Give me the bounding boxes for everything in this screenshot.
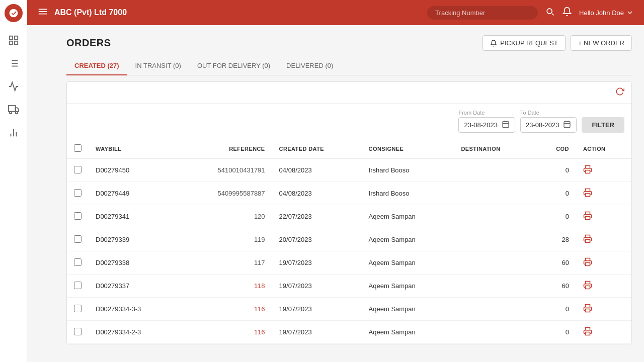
row-created-date: 19/07/2023	[272, 298, 362, 321]
table-body: D00279450 5410010431791 04/08/2023 Irsha…	[67, 158, 631, 344]
row-checkbox[interactable]	[74, 305, 82, 312]
row-checkbox[interactable]	[74, 258, 82, 266]
row-checkbox[interactable]	[74, 328, 82, 335]
from-date-calendar-icon[interactable]	[502, 120, 510, 130]
user-menu[interactable]: Hello John Doe	[579, 9, 634, 17]
row-checkbox[interactable]	[74, 212, 82, 220]
print-icon[interactable]	[583, 284, 592, 291]
print-icon[interactable]	[583, 237, 592, 245]
new-order-button[interactable]: + NEW ORDER	[571, 35, 632, 51]
svg-rect-27	[585, 217, 590, 220]
tab-created[interactable]: CREATED (27)	[66, 57, 127, 75]
orders-table: WAYBILL REFERENCE CREATED DATE CONSIGNEE…	[67, 139, 631, 344]
to-date-group: To Date 23-08-2023	[520, 110, 577, 133]
row-checkbox-cell[interactable]	[67, 275, 89, 298]
row-checkbox-cell[interactable]	[67, 228, 89, 251]
refresh-icon[interactable]	[615, 87, 624, 98]
tabs: CREATED (27) IN TRANSIT (0) OUT FOR DELI…	[66, 57, 632, 75]
row-consignee: Irshard Booso	[362, 158, 454, 182]
from-date-group: From Date 23-08-2023	[458, 110, 515, 133]
svg-rect-30	[585, 286, 590, 289]
svg-rect-26	[585, 194, 590, 197]
svg-marker-11	[15, 108, 18, 111]
row-destination	[454, 182, 535, 205]
row-action[interactable]	[576, 158, 631, 182]
row-action[interactable]	[576, 321, 631, 344]
row-checkbox-cell[interactable]	[67, 158, 89, 182]
to-date-label: To Date	[520, 110, 577, 116]
tab-out-for-delivery[interactable]: OUT FOR DELIVERY (0)	[189, 57, 278, 75]
row-destination	[454, 158, 535, 182]
from-date-value: 23-08-2023	[464, 121, 498, 129]
sidebar-item-reports[interactable]	[4, 76, 24, 97]
col-cod: COD	[535, 139, 576, 158]
svg-rect-31	[585, 309, 590, 312]
row-reference: 5410010431791	[179, 158, 272, 182]
menu-icon[interactable]	[37, 6, 48, 19]
row-checkbox-cell[interactable]	[67, 251, 89, 275]
row-checkbox[interactable]	[74, 235, 82, 243]
row-cod: 0	[535, 205, 576, 228]
to-date-calendar-icon[interactable]	[563, 120, 571, 130]
row-cod: 0	[535, 182, 576, 205]
row-reference: 116	[179, 321, 272, 344]
sidebar-item-orders[interactable]	[4, 30, 24, 50]
row-reference: 118	[179, 275, 272, 298]
row-created-date: 19/07/2023	[272, 275, 362, 298]
app-logo[interactable]	[5, 4, 23, 22]
header-select-all[interactable]	[67, 139, 89, 158]
svg-rect-3	[14, 41, 17, 44]
filter-button[interactable]: FILTER	[582, 117, 624, 133]
print-icon[interactable]	[583, 214, 592, 222]
sidebar	[0, 0, 27, 362]
row-checkbox[interactable]	[74, 166, 82, 173]
row-action[interactable]	[576, 182, 631, 205]
row-checkbox[interactable]	[74, 189, 82, 197]
from-date-label: From Date	[458, 110, 515, 116]
svg-rect-29	[585, 263, 590, 266]
svg-rect-10	[8, 106, 15, 112]
table-row: D00279341 120 22/07/2023 Aqeem Sampan 0	[67, 205, 631, 228]
print-icon[interactable]	[583, 191, 592, 199]
search-icon[interactable]	[545, 7, 555, 19]
print-icon[interactable]	[583, 307, 592, 314]
print-icon[interactable]	[583, 168, 592, 175]
tab-in-transit[interactable]: IN TRANSIT (0)	[127, 57, 189, 75]
to-date-input[interactable]: 23-08-2023	[520, 117, 577, 133]
row-action[interactable]	[576, 275, 631, 298]
row-checkbox-cell[interactable]	[67, 298, 89, 321]
row-action[interactable]	[576, 205, 631, 228]
sidebar-item-list[interactable]	[4, 53, 24, 73]
row-checkbox-cell[interactable]	[67, 182, 89, 205]
row-checkbox-cell[interactable]	[67, 321, 89, 344]
row-action[interactable]	[576, 251, 631, 275]
svg-point-13	[15, 112, 18, 114]
tracking-input[interactable]	[427, 6, 538, 20]
sidebar-item-analytics[interactable]	[4, 123, 24, 143]
select-all-checkbox[interactable]	[74, 144, 82, 152]
row-created-date: 20/07/2023	[272, 228, 362, 251]
print-icon[interactable]	[583, 330, 592, 337]
row-destination	[454, 228, 535, 251]
row-reference: 116	[179, 298, 272, 321]
print-icon[interactable]	[583, 260, 592, 268]
row-created-date: 19/07/2023	[272, 251, 362, 275]
row-destination	[454, 251, 535, 275]
svg-rect-32	[585, 332, 590, 335]
pickup-request-button[interactable]: PICKUP REQUEST	[482, 35, 566, 51]
row-action[interactable]	[576, 228, 631, 251]
from-date-input[interactable]: 23-08-2023	[458, 117, 515, 133]
sidebar-item-delivery[interactable]	[4, 100, 24, 120]
svg-rect-28	[585, 240, 590, 243]
row-checkbox[interactable]	[74, 282, 82, 289]
row-consignee: Aqeem Sampan	[362, 298, 454, 321]
table-header: WAYBILL REFERENCE CREATED DATE CONSIGNEE…	[67, 139, 631, 158]
tab-delivered[interactable]: DELIVERED (0)	[278, 57, 341, 75]
row-action[interactable]	[576, 298, 631, 321]
notification-icon[interactable]	[562, 7, 572, 19]
row-waybill: D00279334-3-3	[89, 298, 179, 321]
app-title: ABC (Pvt) Ltd 7000	[54, 8, 427, 17]
svg-rect-2	[9, 41, 12, 44]
row-destination	[454, 321, 535, 344]
row-checkbox-cell[interactable]	[67, 205, 89, 228]
